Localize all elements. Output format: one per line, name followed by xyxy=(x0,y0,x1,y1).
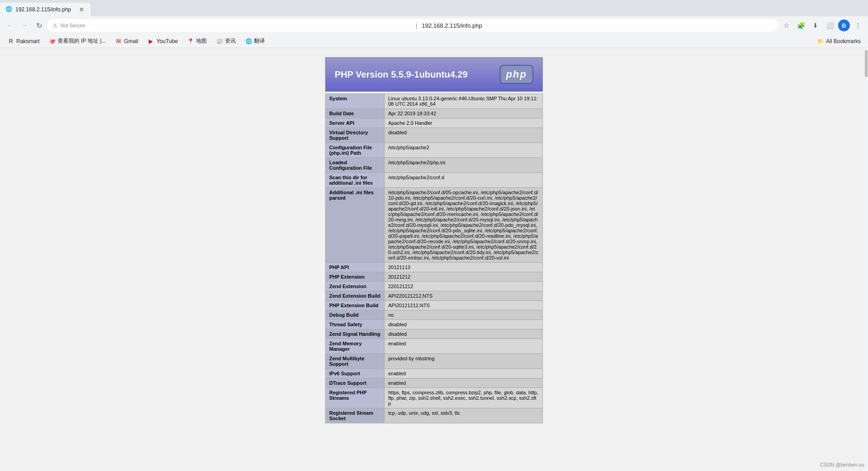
table-row: Zend Memory Manager enabled xyxy=(326,339,543,354)
all-bookmarks-label: All Bookmarks xyxy=(826,38,861,44)
tab-close-button[interactable]: ✕ xyxy=(78,6,85,13)
row-value: enabled xyxy=(385,339,543,354)
php-logo-text: php xyxy=(506,69,527,80)
extension-puzzle-button[interactable]: 🧩 xyxy=(795,19,807,32)
row-key: PHP API xyxy=(326,263,385,272)
row-value: provided by mbstring xyxy=(385,354,543,369)
raksmart-icon: R xyxy=(7,38,15,45)
row-value: API20121212,NTS xyxy=(385,301,543,310)
table-row: System Linux ubuntu 3.13.0-24-generic #4… xyxy=(326,94,543,109)
row-key: Build Date xyxy=(326,109,385,118)
row-value: 20121212 xyxy=(385,272,543,282)
row-value: disabled xyxy=(385,128,543,143)
folder-icon: 📁 xyxy=(817,38,824,44)
reload-button[interactable]: ↻ xyxy=(33,19,45,32)
row-value: Apache 2.0 Handler xyxy=(385,118,543,128)
bookmark-translate-label: 翻译 xyxy=(254,37,265,45)
row-value: no xyxy=(385,310,543,320)
active-tab[interactable]: 🌐 192.168.2.115/info.php ✕ xyxy=(0,3,91,16)
table-row: Build Date Apr 22 2019 18:33:42 xyxy=(326,109,543,118)
row-value: tcp, udp, unix, udg, ssl, sslv3, tls xyxy=(385,408,543,423)
row-key: PHP Extension xyxy=(326,272,385,282)
bookmark-maps-label: 地图 xyxy=(196,37,207,45)
row-value: enabled xyxy=(385,378,543,388)
address-bar[interactable]: ⚠ Not Secure | 192.168.2.115/info.php xyxy=(47,19,778,32)
row-key: Zend Memory Manager xyxy=(326,339,385,354)
youtube-icon: ▶ xyxy=(147,38,155,45)
security-label: Not Secure xyxy=(60,23,411,28)
cast-button[interactable]: ⬜ xyxy=(824,19,836,32)
table-row: Virtual Directory Support disabled xyxy=(326,128,543,143)
table-row: Registered Stream Socket tcp, udp, unix,… xyxy=(326,408,543,423)
row-key: Server API xyxy=(326,118,385,128)
row-key: Thread Safety xyxy=(326,320,385,329)
row-key: Configuration File (php.ini) Path xyxy=(326,143,385,158)
bookmark-maps[interactable]: 📍 地图 xyxy=(183,36,210,46)
row-key: DTrace Support xyxy=(326,378,385,388)
row-value: /etc/php5/apache2/php.ini xyxy=(385,158,543,173)
table-row: Zend Extension Build API220121212,NTS xyxy=(326,291,543,301)
table-row: Registered PHP Streams https, ftps, comp… xyxy=(326,388,543,408)
bookmark-youtube[interactable]: ▶ YouTube xyxy=(144,37,181,46)
page-content: PHP Version 5.5.9-1ubuntu4.29 php System… xyxy=(0,48,868,471)
row-key: Zend Extension xyxy=(326,282,385,291)
php-logo: php xyxy=(500,65,533,84)
row-value: /etc/php5/apache2 xyxy=(385,143,543,158)
row-value: disabled xyxy=(385,320,543,329)
row-key: System xyxy=(326,94,385,109)
bookmark-ip-label: 查看我的 IP 地址 |... xyxy=(58,37,106,45)
row-value: /etc/php5/apache2/conf.d/05-opcache.ini,… xyxy=(385,188,543,263)
tab-title: 192.168.2.115/info.php xyxy=(15,6,74,13)
table-row: Server API Apache 2.0 Handler xyxy=(326,118,543,128)
table-row: Configuration File (php.ini) Path /etc/p… xyxy=(326,143,543,158)
bookmark-youtube-label: YouTube xyxy=(156,38,178,44)
security-icon: ⚠ xyxy=(53,22,58,29)
all-bookmarks-button[interactable]: 📁 All Bookmarks xyxy=(814,37,864,45)
table-row: Loaded Configuration File /etc/php5/apac… xyxy=(326,158,543,173)
row-key: Debug Build xyxy=(326,310,385,320)
back-button[interactable]: ← xyxy=(4,19,16,32)
forward-button[interactable]: → xyxy=(18,19,31,32)
row-key: Registered Stream Socket xyxy=(326,408,385,423)
news-icon: 📰 xyxy=(216,38,223,45)
table-row: PHP API 20121113 xyxy=(326,263,543,272)
table-row: Zend Extension 220121212 xyxy=(326,282,543,291)
table-row: IPv6 Support enabled xyxy=(326,369,543,378)
bookmark-raksmart[interactable]: R Raksmart xyxy=(4,37,43,46)
php-version-label: PHP Version 5.5.9-1ubuntu4.29 xyxy=(335,69,468,80)
tab-favicon: 🌐 xyxy=(5,6,13,13)
row-value: API220121212,NTS xyxy=(385,291,543,301)
tab-bar: 🌐 192.168.2.115/info.php ✕ xyxy=(0,0,868,16)
table-row: Debug Build no xyxy=(326,310,543,320)
scrollbar[interactable] xyxy=(864,48,868,471)
ip-icon: 🐙 xyxy=(49,38,56,45)
table-row: PHP Extension 20121212 xyxy=(326,272,543,282)
bookmark-star-button[interactable]: ☆ xyxy=(780,19,793,32)
gmail-icon: M xyxy=(115,38,122,45)
bookmark-translate[interactable]: 🌐 翻译 xyxy=(241,36,268,46)
table-row: Thread Safety disabled xyxy=(326,320,543,329)
watermark: CSDN @benben-xu xyxy=(820,462,864,467)
row-key: Registered PHP Streams xyxy=(326,388,385,408)
row-key: Loaded Configuration File xyxy=(326,158,385,173)
row-key: Zend Multibyte Support xyxy=(326,354,385,369)
row-value: Apr 22 2019 18:33:42 xyxy=(385,109,543,118)
row-value: 220121212 xyxy=(385,282,543,291)
row-key: Zend Extension Build xyxy=(326,291,385,301)
row-key: Additional .ini files parsed xyxy=(326,188,385,263)
php-header: PHP Version 5.5.9-1ubuntu4.29 php xyxy=(325,57,543,92)
table-row: Zend Signal Handling disabled xyxy=(326,329,543,339)
bookmark-news[interactable]: 📰 资讯 xyxy=(212,36,239,46)
profile-button[interactable]: B xyxy=(838,20,850,31)
bookmark-ip[interactable]: 🐙 查看我的 IP 地址 |... xyxy=(45,36,109,46)
bookmark-news-label: 资讯 xyxy=(225,37,236,45)
bookmark-gmail[interactable]: M Gmail xyxy=(112,37,142,46)
row-key: Scan this dir for additional .ini files xyxy=(326,173,385,188)
download-button[interactable]: ⬇ xyxy=(809,19,822,32)
bookmarks-bar: R Raksmart 🐙 查看我的 IP 地址 |... M Gmail ▶ Y… xyxy=(0,34,868,48)
menu-button[interactable]: ⋮ xyxy=(852,19,864,32)
toolbar-right: ☆ 🧩 ⬇ ⬜ B ⋮ xyxy=(780,19,864,32)
scrollbar-thumb[interactable] xyxy=(865,50,868,77)
maps-icon: 📍 xyxy=(187,38,194,45)
php-info-container: PHP Version 5.5.9-1ubuntu4.29 php System… xyxy=(325,57,543,462)
